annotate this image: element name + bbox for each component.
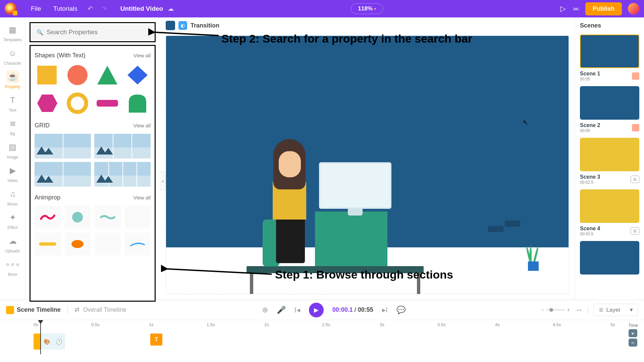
cursor-icon: ↖ [523, 118, 528, 126]
timeline-track[interactable]: 🎨🕐 T Time + − [0, 331, 644, 362]
svg-marker-3 [127, 66, 148, 84]
search-icon: 🔍 [37, 29, 43, 36]
svg-rect-6 [97, 100, 118, 107]
shape-bar[interactable] [95, 92, 119, 115]
nav-music[interactable]: ♫Music [0, 188, 25, 206]
app-logo[interactable] [5, 3, 17, 15]
shape-rounded[interactable] [125, 92, 150, 115]
undo-icon[interactable]: ↶ [84, 2, 97, 15]
redo-icon[interactable]: ↷ [97, 2, 111, 15]
zoom-control[interactable]: 118% [351, 3, 383, 14]
nav-text[interactable]: TText [0, 94, 25, 113]
nav-templates[interactable]: ▦Templates [0, 23, 25, 42]
grid-layout-4[interactable] [94, 162, 151, 187]
svg-rect-0 [37, 66, 57, 84]
grid-layout-2[interactable] [94, 134, 151, 159]
scene-thumb-3[interactable] [580, 138, 639, 171]
mic-icon[interactable]: 🎤 [277, 306, 286, 314]
shape-hexagon[interactable] [35, 92, 59, 115]
scenes-panel: Scenes Scene 100:05Scene 200:05Scene 300… [575, 17, 644, 300]
layers-icon: ≣ [599, 306, 603, 313]
grid-layout-1[interactable] [35, 134, 91, 159]
svg-rect-8 [39, 242, 56, 246]
nav-more[interactable]: ∘∘∘More [0, 258, 25, 277]
svg-line-12 [166, 269, 272, 274]
scene-thumb-4[interactable] [580, 189, 639, 223]
canvas-area: ◐ Transition ↖ [160, 17, 575, 300]
shape-diamond[interactable] [125, 64, 150, 86]
view-all-grid[interactable]: View all [133, 123, 151, 128]
search-highlight-box: 🔍 [30, 22, 156, 42]
view-all-animprop[interactable]: View all [133, 195, 151, 200]
nav-character[interactable]: ☺Character [0, 47, 25, 66]
time-label: Time [629, 323, 638, 328]
canvas-stage[interactable]: ↖ [166, 36, 569, 294]
text-icon: T [6, 94, 19, 107]
project-title[interactable]: Untitled Video [120, 5, 163, 12]
camera-icon[interactable]: ⊕ [262, 306, 268, 314]
scene-thumb-5[interactable] [580, 241, 639, 275]
subtitle-icon[interactable]: 💬 [396, 306, 406, 314]
image-icon: ▨ [6, 141, 19, 154]
search-box[interactable]: 🔍 [32, 24, 153, 40]
svg-point-7 [72, 212, 83, 223]
nav-bg[interactable]: ≋Bg [0, 117, 25, 136]
video-icon: ▶ [6, 164, 19, 177]
cloud-sync-icon[interactable]: ☁ [168, 5, 174, 12]
nav-image[interactable]: ▨Image [0, 141, 25, 160]
character-icon: ☺ [6, 47, 19, 60]
animprop-1[interactable] [35, 206, 61, 229]
animprop-4[interactable] [125, 206, 151, 229]
svg-marker-4 [37, 95, 57, 112]
search-input[interactable] [47, 28, 149, 36]
layer-dropdown[interactable]: ≣Layer▾ [594, 304, 638, 316]
music-icon: ♫ [6, 188, 19, 200]
nav-video[interactable]: ▶Video [0, 164, 25, 183]
animprop-3[interactable] [95, 206, 121, 229]
publish-button[interactable]: Publish [585, 2, 622, 15]
animprop-7[interactable] [95, 233, 121, 255]
play-button[interactable]: ▶ [309, 303, 324, 317]
shape-triangle[interactable] [95, 64, 119, 86]
scene-timeline-tab[interactable]: Scene Timeline [6, 306, 61, 314]
property-panel: 🔍 Shapes (With Text) View all GRID [25, 17, 160, 300]
animprop-8[interactable] [125, 233, 151, 255]
prev-frame-icon[interactable]: I◂ [294, 306, 300, 314]
animprop-6[interactable] [65, 233, 91, 255]
svg-line-11 [153, 32, 219, 36]
scene-thumb-1[interactable] [580, 35, 639, 68]
animprop-5[interactable] [35, 233, 61, 255]
grid-layout-3[interactable] [35, 162, 91, 187]
time-minus-button[interactable]: − [629, 339, 637, 347]
timeline-ruler[interactable]: 0s0.5s1s1.5s2s2.5s3s3.5s4s4.5s5s [0, 320, 644, 331]
user-avatar[interactable] [628, 3, 639, 14]
more-icon: ∘∘∘ [6, 258, 19, 271]
nav-effect[interactable]: ✦Effect [0, 211, 25, 230]
shape-circle[interactable] [65, 64, 90, 86]
text-clip[interactable]: T [150, 334, 162, 346]
property-icon: ☕ [6, 70, 19, 83]
effect-icon: ✦ [6, 211, 19, 224]
next-frame-icon[interactable]: ▸I [382, 306, 388, 314]
view-all-shapes[interactable]: View all [133, 53, 151, 58]
svg-point-5 [69, 95, 86, 112]
fit-width-icon[interactable]: ↔ [575, 306, 583, 314]
svg-marker-2 [97, 66, 117, 84]
timeline-clip[interactable]: 🎨🕐 [34, 334, 65, 350]
timeline-zoom-slider[interactable]: −+ [541, 307, 570, 313]
scenes-title: Scenes [580, 22, 639, 29]
animprop-2[interactable] [65, 206, 91, 229]
nav-uploads[interactable]: ☁Uploads [0, 235, 25, 253]
scene-thumb-2[interactable] [580, 86, 639, 120]
time-plus-button[interactable]: + [629, 329, 637, 337]
shape-ring[interactable] [65, 92, 90, 115]
share-icon[interactable]: ⫘ [572, 4, 579, 13]
shape-square[interactable] [35, 64, 59, 86]
preview-icon[interactable]: ▷ [560, 4, 566, 13]
templates-icon: ▦ [6, 23, 19, 36]
section-title-animprop: Animprop [35, 194, 60, 201]
file-menu[interactable]: File [25, 2, 47, 15]
tutorials-menu[interactable]: Tutorials [47, 2, 84, 15]
overall-timeline-tab[interactable]: ⇄Overall Timeline [74, 306, 126, 314]
nav-property[interactable]: ☕Property [0, 70, 25, 89]
